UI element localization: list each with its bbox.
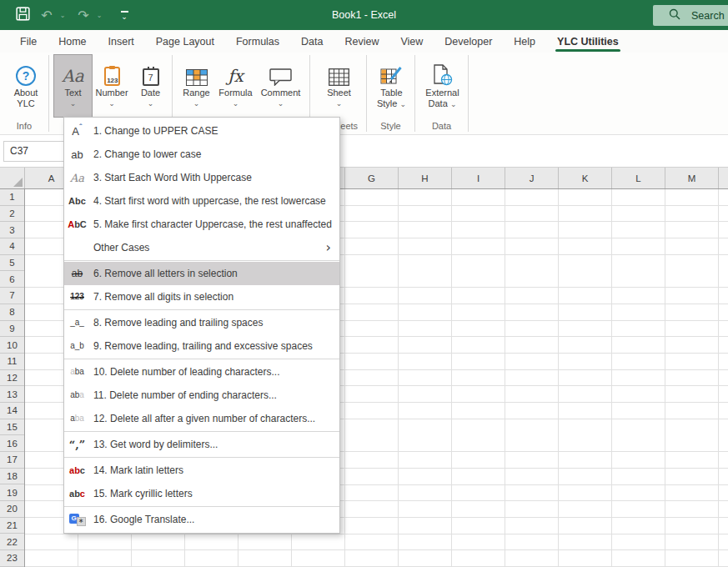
row-header-18[interactable]: 18 — [0, 469, 24, 485]
select-all-corner[interactable] — [0, 168, 25, 188]
delete-leading-icon: aba — [68, 368, 86, 376]
redo-dropdown-button[interactable]: ⌄ — [93, 0, 105, 30]
chevron-down-icon: ⌄ — [97, 12, 103, 19]
comment-button[interactable]: Comment ⌄ — [255, 55, 306, 117]
row-header-13[interactable]: 13 — [0, 386, 24, 403]
save-button[interactable] — [8, 0, 37, 30]
range-label: Range — [183, 88, 209, 98]
menu-item-google-translate[interactable]: G∗16. Google Translate... — [64, 508, 339, 531]
row-header-9[interactable]: 9 — [0, 321, 24, 338]
menu-item-label: 1. Change to UPPER CASE — [93, 125, 218, 137]
number-button[interactable]: 123 Number ⌄ — [93, 55, 131, 117]
menu-item-get-word[interactable]: “,”13. Get word by delimiters... — [64, 433, 339, 456]
menu-item-lower-case[interactable]: ab2. Change to lower case — [64, 143, 339, 166]
menu-item-remove-leading-trailing-spaces[interactable]: _a_8. Remove leading and trailing spaces — [64, 311, 339, 334]
menu-item-first-char-upper[interactable]: AbC5. Make first character Uppercase, th… — [64, 213, 339, 236]
tab-developer[interactable]: Developer — [434, 30, 503, 53]
formula-label: Formula — [218, 88, 252, 98]
tab-formulas[interactable]: Formulas — [225, 30, 290, 53]
row-header-14[interactable]: 14 — [0, 403, 24, 419]
row-header-22[interactable]: 22 — [0, 534, 24, 550]
column-header-j[interactable]: J — [505, 168, 559, 188]
tab-review[interactable]: Review — [334, 30, 389, 53]
sheet-button[interactable]: Sheet ⌄ — [314, 55, 364, 117]
menu-item-delete-after-chars[interactable]: aba12. Delete all after a given number o… — [64, 407, 339, 430]
table-style-button[interactable]: Table Style ⌄ — [369, 55, 414, 117]
mark-cyrillic-icon: abc — [68, 489, 86, 499]
formula-button[interactable]: ƒx Formula ⌄ — [216, 55, 255, 117]
menu-item-label: 14. Mark latin letters — [93, 464, 183, 476]
menu-item-upper-case[interactable]: Aˆ1. Change to UPPER CASE — [64, 119, 339, 143]
menu-item-sentence-case[interactable]: Abc4. Start first word with uppercase, t… — [64, 189, 339, 213]
submenu-arrow-icon: › — [326, 241, 331, 254]
column-header-i[interactable]: I — [452, 168, 505, 188]
tab-help[interactable]: Help — [503, 30, 546, 53]
menu-item-label: 10. Delete number of leading characters.… — [93, 366, 279, 378]
row-header-21[interactable]: 21 — [0, 518, 24, 534]
row-header-10[interactable]: 10 — [0, 337, 24, 354]
undo-button[interactable]: ↶ — [37, 0, 57, 30]
row-header-1[interactable]: 1 — [0, 189, 24, 206]
row-header-7[interactable]: 7 — [0, 288, 24, 304]
tab-insert[interactable]: Insert — [98, 30, 145, 53]
column-header-h[interactable]: H — [399, 168, 452, 188]
row-header-17[interactable]: 17 — [0, 452, 24, 469]
chevron-down-icon: ⌄ — [70, 99, 77, 108]
menu-item-mark-cyrillic[interactable]: abc15. Mark cyrillic letters — [64, 482, 339, 505]
row-header-5[interactable]: 5 — [0, 255, 24, 272]
table-style-label: Table Style ⌄ — [377, 88, 406, 110]
tab-view[interactable]: View — [389, 30, 434, 53]
row-header-11[interactable]: 11 — [0, 354, 24, 370]
row-header-12[interactable]: 12 — [0, 370, 24, 387]
column-header-g[interactable]: G — [345, 168, 399, 188]
about-ylc-button[interactable]: ? About YLC — [5, 55, 47, 117]
menu-item-label: Other Cases — [93, 242, 149, 253]
tab-data[interactable]: Data — [290, 30, 334, 53]
date-calendar-icon: 7 — [143, 55, 159, 86]
tab-file[interactable]: File — [9, 30, 48, 53]
excel-window: ↶ ⌄ ↷ ⌄ ⌄ Book1 - Excel — [0, 0, 728, 567]
menu-item-delete-leading-chars[interactable]: aba10. Delete number of leading characte… — [64, 360, 339, 384]
menu-item-delete-ending-chars[interactable]: aba11. Delete number of ending character… — [64, 384, 339, 407]
customize-quick-access-button[interactable]: ⌄ — [113, 0, 135, 30]
menu-item-start-each-word[interactable]: Aa3. Start Each Word With Uppercase — [64, 166, 339, 189]
menu-item-remove-digits[interactable]: 1237. Remove all digits in selection — [64, 285, 339, 309]
row-header-2[interactable]: 2 — [0, 206, 24, 223]
redo-button[interactable]: ↷ — [73, 0, 93, 30]
comment-bubble-icon — [269, 55, 292, 86]
column-header-k[interactable]: K — [559, 168, 612, 188]
row-header-6[interactable]: 6 — [0, 271, 24, 288]
menu-item-label: 13. Get word by delimiters... — [93, 439, 218, 450]
range-button[interactable]: Range ⌄ — [176, 55, 217, 117]
range-grid-icon — [186, 55, 208, 86]
menu-item-remove-excessive-spaces[interactable]: a_b9. Remove leading, trailing and exces… — [64, 334, 339, 358]
menu-item-other-cases[interactable]: Other Cases› — [64, 236, 339, 259]
menu-item-label: 4. Start first word with uppercase, the … — [93, 195, 326, 207]
tab-home[interactable]: Home — [48, 30, 97, 53]
row-header-23[interactable]: 23 — [0, 550, 24, 567]
row-header-16[interactable]: 16 — [0, 435, 24, 452]
tab-ylc-utilities[interactable]: YLC Utilities — [546, 30, 630, 53]
menu-separator — [64, 309, 339, 310]
date-button[interactable]: 7 Date ⌄ — [132, 55, 169, 117]
menu-item-remove-letters[interactable]: ab6. Remove all letters in selection — [64, 262, 339, 285]
row-header-3[interactable]: 3 — [0, 222, 24, 238]
column-header-l[interactable]: L — [612, 168, 665, 188]
column-header-m[interactable]: M — [665, 168, 719, 188]
row-header-20[interactable]: 20 — [0, 501, 24, 518]
undo-dropdown-button[interactable]: ⌄ — [57, 0, 68, 30]
row-header-19[interactable]: 19 — [0, 484, 24, 501]
menu-item-mark-latin[interactable]: abc14. Mark latin letters — [64, 459, 339, 482]
ribbon-tabs: FileHomeInsertPage LayoutFormulasDataRev… — [0, 30, 728, 53]
search-box[interactable]: Search — [653, 5, 728, 26]
tab-page-layout[interactable]: Page Layout — [145, 30, 225, 53]
row-header-4[interactable]: 4 — [0, 238, 24, 255]
text-button[interactable]: Aa Text ⌄ — [54, 55, 92, 117]
proper-case-icon: Aa — [68, 173, 86, 183]
about-ylc-label: About YLC — [14, 88, 38, 109]
row-header-15[interactable]: 15 — [0, 419, 24, 436]
redo-icon: ↷ — [78, 8, 88, 23]
row-header-8[interactable]: 8 — [0, 304, 24, 321]
title-bar: ↶ ⌄ ↷ ⌄ ⌄ Book1 - Excel — [0, 0, 728, 30]
external-data-button[interactable]: External Data ⌄ — [418, 55, 467, 117]
